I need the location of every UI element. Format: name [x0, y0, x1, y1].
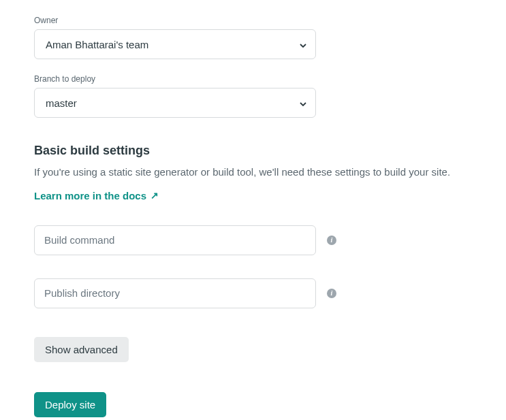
owner-select-value: Aman Bhattarai's team — [46, 39, 148, 50]
owner-label: Owner — [34, 16, 472, 25]
branch-select[interactable]: master — [34, 88, 316, 118]
info-icon[interactable]: i — [327, 236, 336, 245]
branch-label: Branch to deploy — [34, 74, 472, 84]
external-link-icon: ↗ — [151, 190, 159, 201]
build-settings-heading: Basic build settings — [34, 144, 472, 158]
info-icon[interactable]: i — [327, 289, 336, 298]
build-settings-description: If you're using a static site generator … — [34, 165, 472, 180]
docs-link-text: Learn more in the docs — [34, 190, 146, 201]
docs-link[interactable]: Learn more in the docs ↗ — [34, 190, 159, 201]
deploy-site-button[interactable]: Deploy site — [34, 392, 106, 417]
publish-directory-input[interactable] — [34, 278, 316, 308]
show-advanced-button[interactable]: Show advanced — [34, 337, 129, 362]
owner-select[interactable]: Aman Bhattarai's team — [34, 29, 316, 59]
build-command-input[interactable] — [34, 225, 316, 255]
branch-select-value: master — [46, 97, 77, 109]
